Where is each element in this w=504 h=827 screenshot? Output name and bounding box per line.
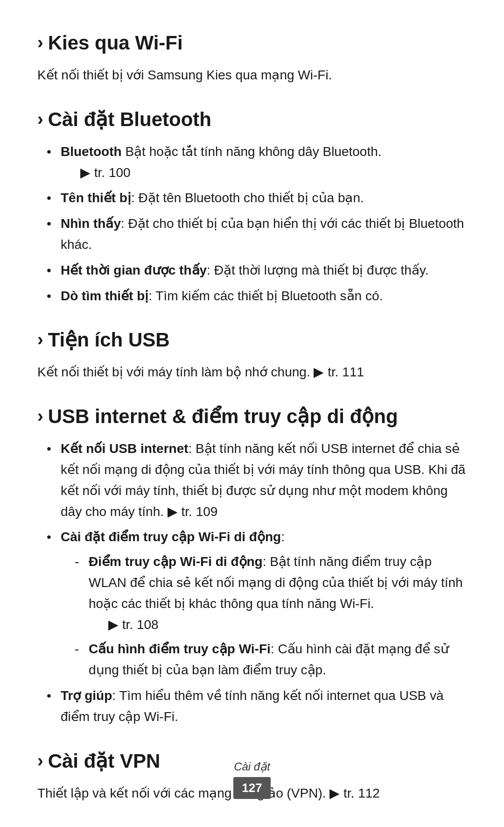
list-item: Trợ giúp: Tìm hiểu thêm về tính năng kết… — [47, 686, 467, 728]
page-footer: Cài đặt 127 — [0, 758, 504, 799]
chevron-icon-2: › — [37, 106, 43, 133]
cau-hinh-diem-truy-cap: Cấu hình điểm truy cập Wi-Fi: Cấu hình c… — [89, 642, 449, 677]
wifi-ref: ▶ tr. 108 — [89, 615, 467, 636]
list-item: Cài đặt điểm truy cập Wi-Fi di động: Điể… — [47, 527, 467, 681]
bluetooth-bold: Bluetooth Bật hoặc tắt tính năng không d… — [61, 144, 382, 159]
chevron-icon-3: › — [37, 326, 43, 353]
list-item: Dò tìm thiết bị: Tìm kiếm các thiết bị B… — [47, 286, 467, 307]
diem-truy-cap-wifi: Điểm truy cập Wi-Fi di động: Bật tính nă… — [89, 554, 463, 611]
section-kies-wifi-body: Kết nối thiết bị với Samsung Kies qua mạ… — [37, 65, 467, 86]
section-bluetooth-title: › Cài đặt Bluetooth — [37, 105, 467, 134]
bluetooth-ref: ▶ tr. 100 — [61, 163, 467, 184]
bluetooth-list: Bluetooth Bật hoặc tắt tính năng không d… — [37, 141, 467, 307]
sub-list-item: Cấu hình điểm truy cập Wi-Fi: Cấu hình c… — [75, 639, 467, 681]
het-thoi-gian: Hết thời gian được thấy: Đặt thời lượng … — [61, 263, 429, 277]
list-item: Kết nối USB internet: Bật tính năng kết … — [47, 438, 467, 522]
nhin-thay: Nhìn thấy: Đặt cho thiết bị của bạn hiển… — [61, 216, 464, 252]
usb-internet-list: Kết nối USB internet: Bật tính năng kết … — [37, 438, 467, 727]
section-bluetooth-body: Bluetooth Bật hoặc tắt tính năng không d… — [37, 141, 467, 307]
section-usb-internet: › USB internet & điểm truy cập di động K… — [37, 402, 467, 727]
section-usb-internet-body: Kết nối USB internet: Bật tính năng kết … — [37, 438, 467, 727]
ten-thiet-bi: Tên thiết bị: Đặt tên Bluetooth cho thiế… — [61, 191, 364, 205]
section-usb-internet-title-text: USB internet & điểm truy cập di động — [48, 402, 398, 431]
footer-label: Cài đặt — [234, 758, 270, 775]
section-usb-utility-body: Kết nối thiết bị với máy tính làm bộ nhớ… — [37, 362, 467, 383]
sub-list-item: Điểm truy cập Wi-Fi di động: Bật tính nă… — [75, 551, 467, 635]
wifi-hotspot-sublist: Điểm truy cập Wi-Fi di động: Bật tính nă… — [61, 551, 467, 681]
section-usb-internet-title: › USB internet & điểm truy cập di động — [37, 402, 467, 431]
list-item: Hết thời gian được thấy: Đặt thời lượng … — [47, 260, 467, 281]
kies-wifi-description: Kết nối thiết bị với Samsung Kies qua mạ… — [37, 65, 467, 86]
list-item: Nhìn thấy: Đặt cho thiết bị của bạn hiển… — [47, 213, 467, 255]
section-bluetooth: › Cài đặt Bluetooth Bluetooth Bật hoặc t… — [37, 105, 467, 307]
cai-dat-diem-truy-cap: Cài đặt điểm truy cập Wi-Fi di động: — [61, 530, 285, 544]
list-item: Bluetooth Bật hoặc tắt tính năng không d… — [47, 141, 467, 184]
chevron-icon-4: › — [37, 403, 43, 430]
section-kies-wifi-title: › Kies qua Wi-Fi — [37, 28, 467, 57]
tro-giup: Trợ giúp: Tìm hiểu thêm về tính năng kết… — [61, 688, 444, 724]
ket-noi-usb: Kết nối USB internet: Bật tính năng kết … — [61, 441, 465, 518]
usb-utility-description: Kết nối thiết bị với máy tính làm bộ nhớ… — [37, 362, 467, 383]
section-usb-utility-title-text: Tiện ích USB — [48, 325, 170, 354]
section-usb-utility: › Tiện ích USB Kết nối thiết bị với máy … — [37, 325, 467, 383]
do-tim-thiet-bi: Dò tìm thiết bị: Tìm kiếm các thiết bị B… — [61, 289, 383, 303]
chevron-icon: › — [37, 29, 43, 56]
footer-page-number: 127 — [233, 777, 270, 799]
list-item: Tên thiết bị: Đặt tên Bluetooth cho thiế… — [47, 188, 467, 209]
section-title-text: Kies qua Wi-Fi — [48, 28, 183, 57]
section-kies-wifi: › Kies qua Wi-Fi Kết nối thiết bị với Sa… — [37, 28, 467, 86]
section-bluetooth-title-text: Cài đặt Bluetooth — [48, 105, 211, 134]
section-usb-utility-title: › Tiện ích USB — [37, 325, 467, 354]
